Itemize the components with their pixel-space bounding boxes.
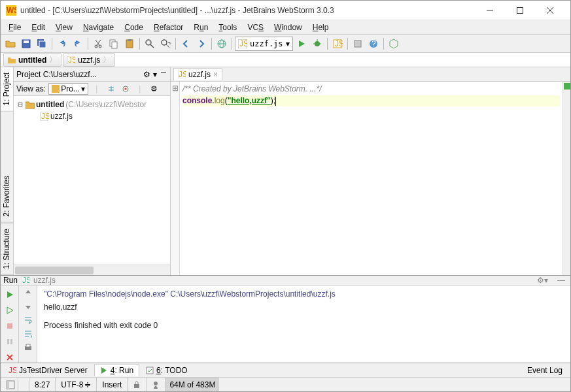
run-button[interactable] [294,37,309,51]
dropdown-arrow-icon: ≑ [84,380,91,389]
maximize-button[interactable] [505,1,535,20]
status-memory[interactable]: 64M of 483M [165,378,219,391]
editor-tab-file[interactable]: JS uzzf.js × [173,68,222,80]
settings-icon[interactable]: ⚙ [148,83,160,95]
breadcrumb-project[interactable]: untitled 〉 [3,53,61,67]
status-message [18,378,29,391]
status-toggle-panels[interactable] [3,378,18,391]
scroll-to-end-button[interactable] [24,329,33,340]
menu-tools[interactable]: Tools [213,22,242,33]
tree-file-node[interactable]: JS uzzf.js [16,110,167,122]
side-tab-structure[interactable]: 1: Structure [1,223,13,275]
cut-button[interactable] [91,37,105,51]
hide-panel-button[interactable] [160,69,167,79]
hide-panel-button[interactable]: — [555,276,568,285]
breadcrumb-file[interactable]: JS uzzf.js 〉 [63,53,115,67]
bottom-tab-label: 6: TODO [156,366,188,375]
nodejs-button[interactable] [387,37,401,51]
menu-code[interactable]: Code [119,22,148,33]
bottom-tab-jstest[interactable]: JS JsTestDriver Server [3,365,93,376]
run-config-label: uzzf.js [250,39,283,48]
replace-button[interactable] [158,37,173,51]
status-encoding[interactable]: UTF-8 ≑ [55,378,96,391]
bottom-tab-todo[interactable]: 6: TODO [141,365,193,376]
redo-button[interactable] [71,37,85,51]
back-button[interactable] [179,37,193,51]
editor-area: JS uzzf.js × ⊞ /** Created by JetBrains … [171,67,570,275]
bottom-toolbar: JS JsTestDriver Server 4: Run 6: TODO Ev… [1,363,570,377]
gear-icon[interactable]: ⚙▾ [534,276,551,285]
save-all-button[interactable] [35,37,49,51]
menu-view[interactable]: View [50,22,78,33]
project-panel-header: Project C:\Users\uzzf... ⚙ ▾ [14,67,170,82]
menu-edit[interactable]: Edit [26,22,50,33]
rerun-button[interactable] [3,288,16,301]
menu-navigate[interactable]: Navigate [78,22,119,33]
menu-vcs[interactable]: VCS [242,22,269,33]
gear-icon[interactable]: ⚙ [143,70,150,79]
up-button[interactable] [24,288,33,299]
run-exit-line: Process finished with exit code 0 [44,321,564,330]
minimize-button[interactable] [475,1,505,20]
settings-button[interactable] [351,37,365,51]
paste-button[interactable] [122,37,137,51]
chevron-down-icon[interactable]: ▾ [153,70,157,79]
bottom-tab-run[interactable]: 4: Run [94,364,139,376]
run-nav-toolbar [19,286,37,364]
close-button[interactable] [3,351,16,364]
help-button[interactable]: ? [366,37,381,51]
run-output[interactable]: "C:\Program Files\nodejs\node.exe" C:\Us… [37,286,570,364]
collapse-all-button[interactable] [105,83,117,95]
stop-button[interactable] [3,319,16,333]
js-file-icon: JS [22,276,29,284]
project-tree[interactable]: ⊟ untitled (C:\Users\uzzf\Webstor JS uzz… [14,96,170,265]
run-panel: Run JS uzzf.js ⚙▾ — "C:\Program Files\no… [1,275,570,363]
open-button[interactable] [3,37,18,51]
side-tab-favorites[interactable]: 2: Favorites [1,171,13,223]
down-button[interactable] [24,302,33,313]
horizontal-scrollbar[interactable] [14,265,170,275]
jstest-icon: JS [9,367,16,374]
copy-button[interactable] [107,37,121,51]
run-config-combo[interactable]: JS uzzf.js ▾ [235,37,293,51]
menu-refactor[interactable]: Refactor [148,22,188,33]
status-lock-icon[interactable] [127,378,146,391]
marker-bar[interactable] [562,82,570,275]
forward-button[interactable] [194,37,209,51]
close-tab-button[interactable]: × [213,70,218,79]
fold-icon[interactable]: ⊞ [171,83,179,94]
code-area[interactable]: /** Created by JetBrains WebStorm. ...*/… [180,82,562,275]
find-button[interactable] [143,37,157,51]
side-tab-project[interactable]: 1: Project [1,67,13,112]
status-insert-mode[interactable]: Insert [96,378,127,391]
bottom-tab-event-log[interactable]: Event Log [522,365,568,376]
view-as-combo[interactable]: Pro... ▾ [48,83,88,95]
menu-help[interactable]: Help [307,22,334,33]
code-comment: /** Created by JetBrains WebStorm. ...*/ [182,84,322,93]
close-button[interactable] [535,1,565,20]
scrollbar-thumb[interactable] [15,267,94,274]
soft-wrap-button[interactable] [24,316,33,327]
editor-content[interactable]: ⊞ /** Created by JetBrains WebStorm. ...… [171,82,570,275]
debug-button[interactable] [310,37,324,51]
print-button[interactable] [24,343,33,354]
menu-file[interactable]: File [3,22,26,33]
editor-gutter[interactable]: ⊞ [171,82,180,275]
menu-run[interactable]: Run [188,22,213,33]
main-area: 1: Project 2: Favorites 1: Structure Pro… [1,67,570,275]
rerun-debug-button[interactable] [3,304,16,317]
undo-button[interactable] [55,37,69,51]
save-button[interactable] [19,37,33,51]
code-function: log [215,96,225,105]
status-inspector-icon[interactable] [146,378,165,391]
tree-root-node[interactable]: ⊟ untitled (C:\Users\uzzf\Webstor [16,99,167,110]
autoscroll-button[interactable] [120,83,131,95]
browser-button[interactable] [215,37,229,51]
jstest-button[interactable]: JS [330,37,345,51]
collapse-icon[interactable]: ⊟ [16,100,24,109]
menu-window[interactable]: Window [269,22,307,33]
status-position[interactable]: 8:27 [29,378,55,391]
pause-button[interactable] [3,335,16,348]
folder-icon [26,100,35,109]
svg-text:JS: JS [22,276,29,284]
